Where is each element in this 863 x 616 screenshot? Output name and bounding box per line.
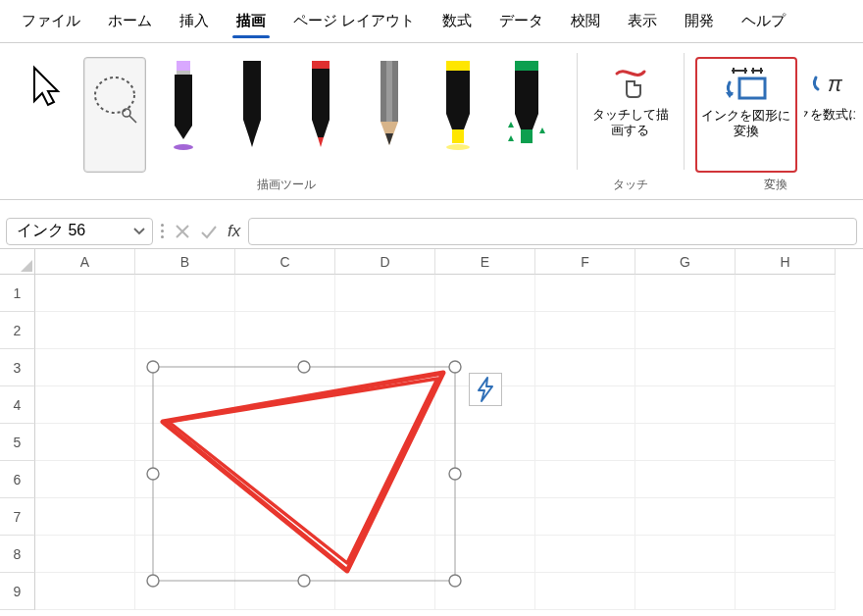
- draw-tools-row: [15, 49, 558, 177]
- tab-developer[interactable]: 開発: [671, 2, 728, 40]
- pencil-gray[interactable]: [358, 57, 421, 173]
- name-box[interactable]: インク 56: [6, 218, 153, 245]
- ink-to-shape-icon: [724, 65, 769, 104]
- svg-marker-5: [175, 126, 192, 139]
- col-header[interactable]: G: [635, 249, 736, 275]
- tab-page-layout[interactable]: ページ レイアウト: [279, 2, 429, 40]
- tab-formulas[interactable]: 数式: [429, 2, 485, 40]
- svg-point-40: [147, 361, 159, 373]
- pen-eraser-purple[interactable]: [152, 57, 215, 173]
- tab-review[interactable]: 校閲: [557, 2, 614, 40]
- col-header[interactable]: H: [736, 249, 836, 275]
- tab-file[interactable]: ファイル: [8, 2, 94, 40]
- cell[interactable]: [736, 349, 836, 386]
- touch-draw-icon: [611, 64, 650, 103]
- svg-rect-10: [312, 61, 330, 69]
- row-header[interactable]: 7: [0, 498, 35, 536]
- cell[interactable]: [535, 275, 635, 312]
- svg-rect-15: [386, 61, 392, 122]
- cell[interactable]: [635, 386, 736, 424]
- cell[interactable]: [736, 461, 836, 498]
- pen-icon: [304, 59, 337, 153]
- tab-insert[interactable]: 挿入: [166, 2, 223, 40]
- cell[interactable]: [736, 498, 836, 536]
- cell[interactable]: [535, 312, 635, 349]
- cell[interactable]: [635, 536, 736, 573]
- ink-to-formula-button[interactable]: π インクを数式に変換: [803, 57, 856, 173]
- svg-marker-13: [318, 137, 324, 147]
- col-header[interactable]: A: [35, 249, 135, 275]
- cell[interactable]: [635, 312, 736, 349]
- svg-text:π: π: [828, 72, 843, 96]
- cell[interactable]: [736, 386, 836, 424]
- row-header[interactable]: 3: [0, 349, 35, 386]
- row-header[interactable]: 4: [0, 386, 35, 424]
- cell[interactable]: [635, 275, 736, 312]
- row-header[interactable]: 1: [0, 275, 35, 312]
- pen-red[interactable]: [289, 57, 352, 173]
- ink-action-button[interactable]: [469, 373, 502, 406]
- col-header[interactable]: C: [235, 249, 335, 275]
- ink-selection[interactable]: [35, 275, 545, 608]
- row-header[interactable]: 8: [0, 536, 35, 573]
- confirm-icon[interactable]: [200, 224, 218, 239]
- cancel-icon[interactable]: [175, 224, 190, 239]
- select-all-corner[interactable]: [0, 249, 35, 275]
- tab-draw[interactable]: 描画: [223, 2, 279, 40]
- row-header[interactable]: 6: [0, 461, 35, 498]
- row-header[interactable]: 5: [0, 424, 35, 461]
- touch-draw-label: タッチして描画する: [590, 107, 671, 139]
- drag-handle-icon[interactable]: [159, 220, 167, 242]
- svg-rect-23: [515, 61, 538, 71]
- formula-input[interactable]: [248, 218, 857, 245]
- ribbon-group-touch: タッチして描画する タッチ: [582, 43, 680, 199]
- cell[interactable]: [535, 461, 635, 498]
- svg-point-43: [147, 468, 159, 480]
- ink-to-shape-button[interactable]: インクを図形に変換: [695, 57, 797, 173]
- cell[interactable]: [736, 536, 836, 573]
- tab-data[interactable]: データ: [485, 2, 557, 40]
- fx-icon[interactable]: fx: [228, 222, 240, 241]
- highlighter-yellow[interactable]: [427, 57, 489, 173]
- cell[interactable]: [535, 498, 635, 536]
- cell[interactable]: [635, 461, 736, 498]
- svg-marker-17: [385, 133, 393, 145]
- group-label-touch: タッチ: [613, 177, 648, 197]
- cell[interactable]: [635, 424, 736, 461]
- cell[interactable]: [535, 573, 635, 610]
- row-header[interactable]: 2: [0, 312, 35, 349]
- cell[interactable]: [736, 275, 836, 312]
- cell[interactable]: [635, 573, 736, 610]
- lasso-select-tool[interactable]: [83, 57, 146, 173]
- svg-point-0: [95, 77, 134, 113]
- cell[interactable]: [635, 498, 736, 536]
- col-header[interactable]: F: [535, 249, 635, 275]
- cell[interactable]: [736, 424, 836, 461]
- tab-home[interactable]: ホーム: [94, 2, 166, 40]
- ribbon-group-draw-tools: 描画ツール: [0, 43, 573, 199]
- svg-point-42: [449, 361, 461, 373]
- pen-icon: [235, 59, 269, 153]
- col-header[interactable]: E: [435, 249, 535, 275]
- row-header[interactable]: 9: [0, 573, 35, 610]
- cell[interactable]: [736, 312, 836, 349]
- select-tool[interactable]: [15, 57, 77, 173]
- svg-point-41: [298, 361, 310, 373]
- touch-draw-button[interactable]: タッチして描画する: [585, 57, 676, 173]
- cell[interactable]: [535, 386, 635, 424]
- tab-view[interactable]: 表示: [614, 2, 671, 40]
- ink-to-formula-label: インクを数式に変換: [803, 107, 856, 123]
- cell[interactable]: [535, 424, 635, 461]
- col-header[interactable]: D: [335, 249, 435, 275]
- cell[interactable]: [736, 573, 836, 610]
- col-header[interactable]: B: [135, 249, 235, 275]
- cell[interactable]: [535, 536, 635, 573]
- cell[interactable]: [635, 349, 736, 386]
- action-pen-green[interactable]: [495, 57, 558, 173]
- pen-black[interactable]: [221, 57, 283, 173]
- svg-rect-26: [521, 129, 533, 143]
- tab-help[interactable]: ヘルプ: [728, 2, 799, 40]
- cell[interactable]: [535, 349, 635, 386]
- svg-marker-28: [508, 135, 514, 141]
- svg-rect-3: [177, 71, 190, 75]
